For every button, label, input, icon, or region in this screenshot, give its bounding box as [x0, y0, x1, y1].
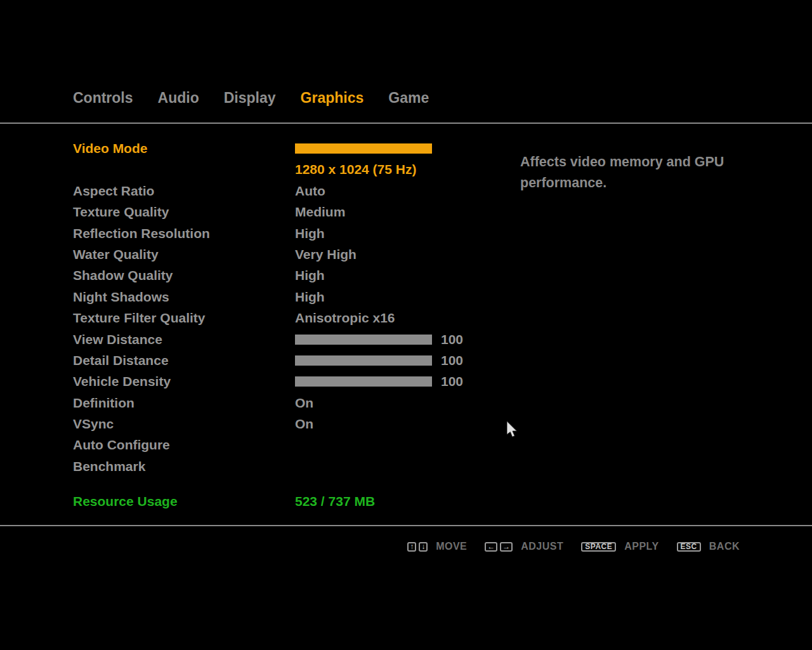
setting-value: High	[295, 265, 325, 286]
setting-row-aspect-ratio[interactable]: Aspect Ratio Auto	[73, 180, 492, 201]
setting-row-reflection-resolution[interactable]: Reflection Resolution High	[73, 223, 492, 244]
setting-label: Definition	[73, 395, 134, 410]
setting-label: Video Mode	[73, 141, 147, 156]
key-hint-adjust: ←→ ADJUST	[485, 541, 563, 552]
resolution-selector-bar[interactable]	[295, 143, 432, 154]
setting-row-night-shadows[interactable]: Night Shadows High	[73, 286, 492, 307]
key-hint-label: APPLY	[624, 541, 658, 552]
setting-row-definition[interactable]: Definition On	[73, 392, 492, 413]
tab-controls[interactable]: Controls	[73, 90, 133, 107]
resource-usage-row: Resource Usage 523 / 737 MB	[73, 491, 492, 512]
key-hint-label: BACK	[709, 541, 740, 552]
setting-label: Texture Quality	[73, 204, 169, 219]
keycap-arrow: ↓	[419, 542, 428, 552]
tab-game[interactable]: Game	[388, 90, 429, 107]
setting-label: Reflection Resolution	[73, 226, 210, 241]
tab-display[interactable]: Display	[224, 90, 276, 107]
setting-value: Anisotropic x16	[295, 307, 395, 328]
setting-label: Night Shadows	[73, 289, 169, 304]
key-hint-move: ↑↓ MOVE	[407, 541, 467, 552]
graphics-settings-screen: ControlsAudioDisplayGraphicsGame Video M…	[0, 0, 812, 650]
setting-row-shadow-quality[interactable]: Shadow Quality High	[73, 265, 492, 286]
keycap-arrow: ↑	[407, 542, 416, 552]
setting-row-texture-quality[interactable]: Texture Quality Medium	[73, 201, 492, 222]
mouse-cursor-icon	[507, 421, 518, 438]
setting-row-auto-configure[interactable]: Auto Configure	[73, 434, 492, 455]
setting-row-vsync[interactable]: VSync On	[73, 413, 492, 434]
setting-value: Very High	[295, 244, 357, 265]
setting-label: Detail Distance	[73, 353, 169, 368]
resolution-value: 812 x 650 (75 Hz)	[295, 159, 416, 180]
setting-label: View Distance	[73, 332, 162, 347]
setting-row-benchmark[interactable]: Benchmark	[73, 456, 492, 477]
keycap-arrow: ←	[485, 542, 497, 552]
tab-audio[interactable]: Audio	[158, 90, 199, 107]
key-hint-label: ADJUST	[521, 541, 563, 552]
key-hint-label: MOVE	[436, 541, 467, 552]
setting-row-vehicle-density[interactable]: Vehicle Density 100	[73, 371, 492, 392]
setting-value: High	[295, 223, 325, 244]
tab-bar: ControlsAudioDisplayGraphicsGame	[73, 90, 429, 107]
resource-usage-value: 523 / 737 MB	[295, 491, 375, 512]
slider-value: 100	[441, 329, 463, 350]
slider-value: 100	[441, 371, 463, 392]
setting-label: Texture Filter Quality	[73, 310, 206, 325]
key-hint-apply: SPACE APPLY	[581, 541, 658, 552]
setting-label: Vehicle Density	[73, 374, 171, 388]
setting-row-texture-filter-quality[interactable]: Texture Filter Quality Anisotropic x16	[73, 307, 492, 328]
setting-value: On	[295, 413, 313, 434]
setting-value: Medium	[295, 201, 345, 222]
setting-row-water-quality[interactable]: Water Quality Very High	[73, 244, 492, 265]
slider-bar[interactable]	[295, 376, 432, 387]
top-divider	[0, 123, 812, 124]
bottom-divider	[0, 525, 812, 526]
setting-label: VSync	[73, 416, 114, 431]
slider-bar[interactable]	[295, 335, 432, 345]
setting-value: High	[295, 286, 325, 307]
setting-label: Water Quality	[73, 247, 159, 262]
setting-label: Aspect Ratio	[73, 183, 154, 198]
tab-graphics[interactable]: Graphics	[301, 90, 364, 107]
keycap-esc: ESC	[677, 542, 701, 552]
setting-value: Auto	[295, 180, 325, 201]
key-hints-bar: ↑↓ MOVE ←→ ADJUST SPACE APPLY ESC BACK	[407, 541, 740, 552]
setting-row-view-distance[interactable]: View Distance 100	[73, 329, 492, 350]
setting-label: Auto Configure	[73, 437, 170, 452]
slider-bar[interactable]	[295, 355, 432, 366]
setting-label: Shadow Quality	[73, 268, 173, 282]
keycap-space: SPACE	[581, 542, 616, 552]
setting-value: On	[295, 392, 313, 413]
setting-row-detail-distance[interactable]: Detail Distance 100	[73, 350, 492, 371]
keycap-arrow: →	[500, 542, 513, 552]
resource-usage-label: Resource Usage	[73, 494, 178, 508]
key-hint-back: ESC BACK	[677, 541, 740, 552]
setting-label: Benchmark	[73, 459, 145, 474]
setting-row-video-mode[interactable]: Video Mode 812 x 650 (75 Hz)	[73, 138, 492, 180]
settings-list: Video Mode 812 x 650 (75 Hz) Aspect Ra…	[73, 138, 492, 477]
slider-value: 100	[441, 350, 463, 371]
setting-description: Affects video memory and GPU performance…	[520, 152, 730, 194]
